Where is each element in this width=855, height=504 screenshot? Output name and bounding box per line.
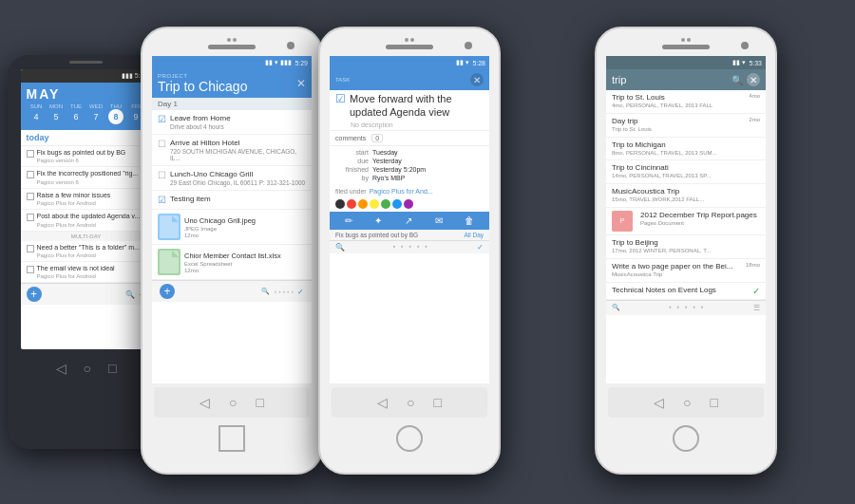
- app-title-4: trip: [612, 74, 626, 85]
- trip-list-item-1: Trip to St. Louis 4mo, PERSONAL, TRAVEL,…: [606, 90, 766, 114]
- home-nav-4[interactable]: ○: [683, 395, 691, 410]
- bottom-status-3: Fix bugs as pointed out by BG All Day: [330, 230, 489, 240]
- status-time-3: 5:28: [472, 60, 485, 66]
- phone-3: ▮▮ ▾ 5:28 TASK ✕ ☑ Move forward with the…: [318, 27, 501, 475]
- trip-item-3: ☐ Lunch-Uno Chicago Grill 29 East Ohio C…: [152, 166, 312, 191]
- task-item-6: The email view is not ideal Pagico Plus …: [21, 262, 152, 283]
- day-cell-wed: WED 7: [88, 103, 104, 124]
- search-icon-4[interactable]: 🔍: [732, 75, 743, 85]
- task-item-2: Fix the incorrectly positioned "rig... P…: [21, 167, 152, 188]
- search-icon-3[interactable]: 🔍: [335, 243, 345, 252]
- meta-table-3: start Tuesday due Yesterday finished Yes…: [330, 146, 489, 186]
- app-bar-2: PROJECT Trip to Chicago ✕: [152, 69, 312, 98]
- mail-icon-3[interactable]: ✉: [435, 215, 443, 226]
- status-time-4: 5:33: [749, 60, 762, 66]
- phones-container: ▮▮▮ 5:29 MAY SUN 4 MON 5 TUE 6: [0, 0, 855, 504]
- task-item-3: Raise a few minor issues Pagico Plus for…: [21, 189, 152, 210]
- day-cell-mon: MON 5: [48, 103, 64, 124]
- recent-nav-2[interactable]: □: [256, 395, 264, 410]
- trip-list-item-7: Trip to Beijing 17mo, 2012 WINTER, PERSO…: [606, 235, 766, 259]
- recent-nav-1[interactable]: □: [108, 361, 116, 376]
- bottom-bar-1: + 🔍 ⋯: [21, 283, 152, 305]
- delete-icon-3[interactable]: 🗑: [465, 215, 474, 226]
- trip-list-item-3: Trip to Michigan 8mo, PERSONAL, TRAVEL, …: [606, 138, 766, 161]
- multi-day-label: MULTI-DAY: [21, 232, 152, 241]
- pages-icon: P: [612, 211, 633, 232]
- trip-item-4: ☑ Testing item: [152, 191, 312, 210]
- home-button-2[interactable]: [218, 425, 245, 452]
- task-item-1: Fix bugs as pointed out by BG Pagico ver…: [21, 146, 152, 167]
- svg-rect-0: [160, 215, 179, 238]
- add-button-1[interactable]: +: [27, 287, 42, 302]
- task-row-3: ☑ Move forward with the updated Agenda v…: [330, 92, 489, 120]
- task-title-3: Move forward with the updated Agenda vie…: [350, 92, 484, 120]
- trip-list-item-2: Day trip Trip to St. Louis 2mo: [606, 114, 766, 138]
- status-bar-3: ▮▮ ▾ 5:28: [330, 56, 489, 69]
- app-bar-3: TASK ✕: [330, 69, 489, 90]
- back-nav-4[interactable]: ◁: [654, 395, 664, 410]
- recent-nav-4[interactable]: □: [711, 395, 718, 410]
- bottom-bar-4: 🔍 ● ● ● ● ● ☰: [606, 300, 766, 315]
- home-nav-3[interactable]: ○: [407, 395, 414, 410]
- filed-row-3: filed under Pagico Plus for And...: [330, 186, 489, 196]
- home-button-4[interactable]: [673, 425, 699, 452]
- edit-icon-3[interactable]: ✏: [345, 215, 352, 226]
- trip-list-item-4: Trip to Cincinnati 14mo, PERSONAL,TRAVEL…: [606, 160, 766, 184]
- status-bar-1: ▮▮▮ 5:29: [21, 69, 152, 83]
- status-time-2: 5:29: [294, 60, 308, 66]
- back-nav-3[interactable]: ◁: [377, 395, 388, 410]
- attachment-2: Chior Member Contact list.xlsx Excel Spr…: [152, 245, 312, 280]
- trip-item-2: ☐ Arrive at Hilton Hotel 720 SOUTH MICHI…: [152, 135, 312, 166]
- trip-item-1: ☑ Leave from Home Drive about 4 hours: [152, 110, 312, 135]
- close-btn-4[interactable]: ✕: [750, 75, 757, 85]
- phone-4: ▮▮ ▾ 5:33 trip 🔍 ✕ Trip to St. Louis 4mo…: [595, 27, 777, 475]
- check-icon-4: ✓: [752, 286, 760, 296]
- home-button-3[interactable]: [396, 425, 423, 452]
- close-btn-3[interactable]: ✕: [470, 73, 484, 86]
- search-bottom-icon-4[interactable]: 🔍: [612, 304, 620, 312]
- task-item-5: Need a better "This is a folder" m... Pa…: [21, 241, 152, 262]
- back-nav-1[interactable]: ◁: [56, 361, 66, 376]
- day-cell-thu: THU 8: [108, 103, 124, 124]
- home-nav-1[interactable]: ○: [84, 361, 91, 376]
- status-bar-4: ▮▮ ▾ 5:33: [606, 56, 766, 69]
- today-label-1: today: [21, 130, 152, 146]
- bottom-bar-2: + 🔍 ● ● ● ● ● ✓: [152, 280, 312, 302]
- xlsx-icon: [158, 249, 180, 275]
- jpeg-icon: [158, 214, 180, 240]
- task-item-4: Post about the updated Agenda v... Pagic…: [21, 210, 152, 231]
- trip-list-item-8: Write a two page paper on the Bei... Mus…: [606, 259, 766, 283]
- add-button-2[interactable]: +: [160, 284, 175, 299]
- trip-title-2: Trip to Chicago: [158, 79, 247, 94]
- app-bar-4: trip 🔍 ✕: [606, 69, 766, 90]
- toolbar-3: ✏ ✦ ↗ ✉ 🗑: [330, 212, 489, 230]
- phone-2: ▮▮ ▾ ▮▮▮ 5:29 PROJECT Trip to Chicago ✕ …: [141, 27, 323, 475]
- trip-list-item-5: MusicAcoustica Trip 15mo, TRAVEL,WORK,20…: [606, 184, 766, 208]
- attachment-1: Uno Chicago Grill.jpeg JPEG Image 12mo: [152, 210, 312, 245]
- recent-nav-3[interactable]: □: [434, 395, 442, 410]
- search-bar-3: 🔍 ● ● ● ● ● ✓: [330, 240, 489, 253]
- day-cell-tue: TUE 6: [68, 103, 84, 124]
- share-icon-3[interactable]: ↗: [405, 215, 412, 226]
- month-label-1: MAY: [27, 86, 146, 102]
- day-cell-sun: SUN 4: [28, 103, 44, 124]
- trip-list-item-6: P 2012 December Trip Report.pages Pages …: [606, 208, 766, 235]
- comments-row-3: comments 0: [330, 130, 489, 146]
- home-nav-2[interactable]: ○: [229, 395, 237, 410]
- svg-rect-2: [160, 251, 179, 273]
- color-dots-3: [330, 196, 489, 212]
- task-label-3: TASK: [335, 77, 350, 83]
- close-btn-2[interactable]: ✕: [296, 77, 306, 90]
- day-header-2: Day 1: [152, 98, 312, 110]
- no-desc-3: No description: [330, 120, 489, 130]
- star-icon-3[interactable]: ✦: [374, 215, 382, 226]
- back-nav-2[interactable]: ◁: [200, 395, 210, 410]
- status-bar-2: ▮▮ ▾ ▮▮▮ 5:29: [152, 56, 312, 69]
- trip-list-item-9: Technical Notes on Event Logs ✓: [606, 283, 766, 300]
